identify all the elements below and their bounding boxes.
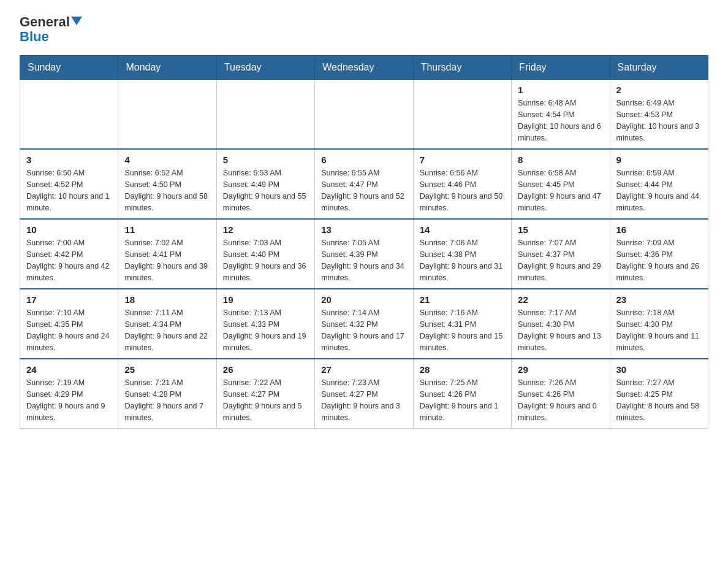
weekday-header-friday: Friday — [512, 56, 610, 80]
cell-content: 3Sunrise: 6:50 AM Sunset: 4:52 PM Daylig… — [26, 155, 112, 213]
day-number: 9 — [616, 155, 702, 165]
day-number: 11 — [124, 224, 210, 235]
day-info: Sunrise: 7:17 AM Sunset: 4:30 PM Dayligh… — [518, 307, 603, 353]
cell-content: 30Sunrise: 7:27 AM Sunset: 4:25 PM Dayli… — [616, 364, 702, 423]
logo: General Blue — [20, 15, 82, 44]
day-info: Sunrise: 7:02 AM Sunset: 4:41 PM Dayligh… — [124, 237, 210, 283]
calendar-cell: 14Sunrise: 7:06 AM Sunset: 4:38 PM Dayli… — [413, 219, 511, 289]
day-number: 29 — [518, 364, 603, 375]
day-number: 16 — [616, 224, 702, 235]
calendar-cell — [315, 80, 413, 150]
day-info: Sunrise: 6:48 AM Sunset: 4:54 PM Dayligh… — [518, 98, 603, 144]
day-number: 8 — [518, 155, 603, 165]
weekday-header-monday: Monday — [118, 56, 216, 80]
cell-content: 4Sunrise: 6:52 AM Sunset: 4:50 PM Daylig… — [124, 155, 210, 213]
day-number: 19 — [223, 294, 308, 305]
day-number: 1 — [518, 85, 603, 95]
day-info: Sunrise: 7:07 AM Sunset: 4:37 PM Dayligh… — [518, 237, 603, 283]
day-number: 30 — [616, 364, 702, 375]
calendar-cell: 13Sunrise: 7:05 AM Sunset: 4:39 PM Dayli… — [315, 219, 413, 289]
day-info: Sunrise: 7:25 AM Sunset: 4:26 PM Dayligh… — [420, 377, 505, 423]
day-info: Sunrise: 7:10 AM Sunset: 4:35 PM Dayligh… — [26, 307, 112, 353]
day-info: Sunrise: 7:19 AM Sunset: 4:29 PM Dayligh… — [26, 377, 112, 423]
day-info: Sunrise: 7:14 AM Sunset: 4:32 PM Dayligh… — [321, 307, 406, 353]
week-row-3: 10Sunrise: 7:00 AM Sunset: 4:42 PM Dayli… — [20, 219, 708, 289]
calendar-cell: 12Sunrise: 7:03 AM Sunset: 4:40 PM Dayli… — [216, 219, 314, 289]
cell-content: 2Sunrise: 6:49 AM Sunset: 4:53 PM Daylig… — [616, 85, 702, 144]
calendar-cell — [413, 80, 511, 150]
week-row-1: 1Sunrise: 6:48 AM Sunset: 4:54 PM Daylig… — [20, 80, 708, 150]
cell-content: 16Sunrise: 7:09 AM Sunset: 4:36 PM Dayli… — [616, 224, 702, 283]
day-number: 23 — [616, 294, 702, 305]
day-number: 15 — [518, 224, 603, 235]
day-number: 26 — [223, 364, 308, 375]
cell-content: 15Sunrise: 7:07 AM Sunset: 4:37 PM Dayli… — [518, 224, 603, 283]
day-info: Sunrise: 6:55 AM Sunset: 4:47 PM Dayligh… — [321, 167, 406, 213]
day-number: 28 — [420, 364, 505, 375]
cell-content: 6Sunrise: 6:55 AM Sunset: 4:47 PM Daylig… — [321, 155, 406, 213]
calendar-cell: 27Sunrise: 7:23 AM Sunset: 4:27 PM Dayli… — [315, 359, 413, 429]
cell-content: 18Sunrise: 7:11 AM Sunset: 4:34 PM Dayli… — [124, 294, 210, 353]
calendar-cell: 22Sunrise: 7:17 AM Sunset: 4:30 PM Dayli… — [512, 289, 610, 359]
day-info: Sunrise: 7:00 AM Sunset: 4:42 PM Dayligh… — [26, 237, 112, 283]
weekday-header-row: SundayMondayTuesdayWednesdayThursdayFrid… — [20, 56, 708, 80]
cell-content: 14Sunrise: 7:06 AM Sunset: 4:38 PM Dayli… — [420, 224, 505, 283]
calendar-cell: 26Sunrise: 7:22 AM Sunset: 4:27 PM Dayli… — [216, 359, 314, 429]
cell-content: 21Sunrise: 7:16 AM Sunset: 4:31 PM Dayli… — [420, 294, 505, 353]
calendar-cell: 20Sunrise: 7:14 AM Sunset: 4:32 PM Dayli… — [315, 289, 413, 359]
cell-content: 20Sunrise: 7:14 AM Sunset: 4:32 PM Dayli… — [321, 294, 406, 353]
day-info: Sunrise: 7:23 AM Sunset: 4:27 PM Dayligh… — [321, 377, 406, 423]
cell-content: 25Sunrise: 7:21 AM Sunset: 4:28 PM Dayli… — [124, 364, 210, 423]
calendar-cell: 6Sunrise: 6:55 AM Sunset: 4:47 PM Daylig… — [315, 149, 413, 219]
weekday-header-tuesday: Tuesday — [216, 56, 314, 80]
day-info: Sunrise: 7:06 AM Sunset: 4:38 PM Dayligh… — [420, 237, 505, 283]
calendar: SundayMondayTuesdayWednesdayThursdayFrid… — [20, 55, 708, 429]
cell-content: 17Sunrise: 7:10 AM Sunset: 4:35 PM Dayli… — [26, 294, 112, 353]
calendar-cell: 19Sunrise: 7:13 AM Sunset: 4:33 PM Dayli… — [216, 289, 314, 359]
calendar-cell: 9Sunrise: 6:59 AM Sunset: 4:44 PM Daylig… — [610, 149, 708, 219]
cell-content: 11Sunrise: 7:02 AM Sunset: 4:41 PM Dayli… — [124, 224, 210, 283]
weekday-header-thursday: Thursday — [413, 56, 511, 80]
calendar-cell — [118, 80, 216, 150]
day-info: Sunrise: 6:52 AM Sunset: 4:50 PM Dayligh… — [124, 167, 210, 213]
calendar-cell: 28Sunrise: 7:25 AM Sunset: 4:26 PM Dayli… — [413, 359, 511, 429]
day-number: 6 — [321, 155, 406, 165]
day-number: 25 — [124, 364, 210, 375]
cell-content: 8Sunrise: 6:58 AM Sunset: 4:45 PM Daylig… — [518, 155, 603, 213]
calendar-cell: 30Sunrise: 7:27 AM Sunset: 4:25 PM Dayli… — [610, 359, 708, 429]
calendar-cell: 8Sunrise: 6:58 AM Sunset: 4:45 PM Daylig… — [512, 149, 610, 219]
day-info: Sunrise: 7:05 AM Sunset: 4:39 PM Dayligh… — [321, 237, 406, 283]
day-info: Sunrise: 6:49 AM Sunset: 4:53 PM Dayligh… — [616, 98, 702, 144]
day-number: 24 — [26, 364, 112, 375]
day-number: 13 — [321, 224, 406, 235]
calendar-cell: 1Sunrise: 6:48 AM Sunset: 4:54 PM Daylig… — [512, 80, 610, 150]
day-number: 20 — [321, 294, 406, 305]
day-info: Sunrise: 7:11 AM Sunset: 4:34 PM Dayligh… — [124, 307, 210, 353]
week-row-4: 17Sunrise: 7:10 AM Sunset: 4:35 PM Dayli… — [20, 289, 708, 359]
calendar-cell: 17Sunrise: 7:10 AM Sunset: 4:35 PM Dayli… — [20, 289, 118, 359]
cell-content: 1Sunrise: 6:48 AM Sunset: 4:54 PM Daylig… — [518, 85, 603, 144]
calendar-cell: 10Sunrise: 7:00 AM Sunset: 4:42 PM Dayli… — [20, 219, 118, 289]
cell-content: 7Sunrise: 6:56 AM Sunset: 4:46 PM Daylig… — [420, 155, 505, 213]
logo-text: General Blue — [20, 15, 82, 44]
calendar-cell — [20, 80, 118, 150]
weekday-header-sunday: Sunday — [20, 56, 118, 80]
cell-content: 10Sunrise: 7:00 AM Sunset: 4:42 PM Dayli… — [26, 224, 112, 283]
day-info: Sunrise: 6:50 AM Sunset: 4:52 PM Dayligh… — [26, 167, 112, 213]
calendar-cell: 21Sunrise: 7:16 AM Sunset: 4:31 PM Dayli… — [413, 289, 511, 359]
calendar-cell: 18Sunrise: 7:11 AM Sunset: 4:34 PM Dayli… — [118, 289, 216, 359]
weekday-header-wednesday: Wednesday — [315, 56, 413, 80]
day-number: 7 — [420, 155, 505, 165]
day-number: 14 — [420, 224, 505, 235]
week-row-2: 3Sunrise: 6:50 AM Sunset: 4:52 PM Daylig… — [20, 149, 708, 219]
calendar-cell: 11Sunrise: 7:02 AM Sunset: 4:41 PM Dayli… — [118, 219, 216, 289]
header: General Blue — [20, 15, 708, 44]
day-info: Sunrise: 6:59 AM Sunset: 4:44 PM Dayligh… — [616, 167, 702, 213]
calendar-cell: 2Sunrise: 6:49 AM Sunset: 4:53 PM Daylig… — [610, 80, 708, 150]
day-info: Sunrise: 7:27 AM Sunset: 4:25 PM Dayligh… — [616, 377, 702, 423]
cell-content: 5Sunrise: 6:53 AM Sunset: 4:49 PM Daylig… — [223, 155, 308, 213]
cell-content: 9Sunrise: 6:59 AM Sunset: 4:44 PM Daylig… — [616, 155, 702, 213]
day-info: Sunrise: 7:22 AM Sunset: 4:27 PM Dayligh… — [223, 377, 308, 423]
weekday-header-saturday: Saturday — [610, 56, 708, 80]
day-number: 21 — [420, 294, 505, 305]
